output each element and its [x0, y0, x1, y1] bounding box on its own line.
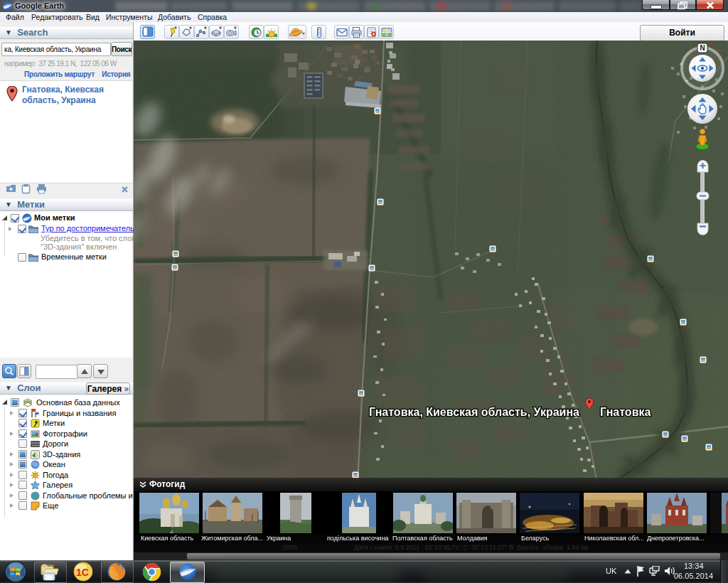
svg-text:Гнатовка, Киевская область, Ук: Гнатовка, Киевская область, Украина [369, 406, 579, 418]
svg-text:Гнатовка: Гнатовка [600, 406, 651, 418]
svg-text:N: N [700, 44, 705, 52]
svg-text:1С: 1С [76, 567, 89, 578]
